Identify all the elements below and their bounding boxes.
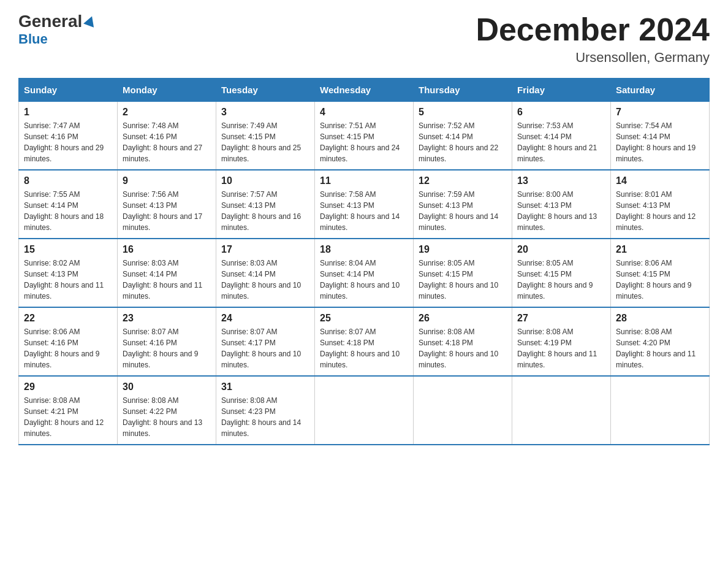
week-row-1: 1Sunrise: 7:47 AMSunset: 4:16 PMDaylight…	[19, 102, 710, 170]
day-info: Sunrise: 8:05 AMSunset: 4:15 PMDaylight:…	[517, 258, 605, 302]
day-number: 11	[320, 175, 408, 186]
calendar-cell: 27Sunrise: 8:08 AMSunset: 4:19 PMDayligh…	[512, 307, 611, 376]
day-number: 1	[24, 107, 112, 118]
day-number: 14	[616, 175, 704, 186]
calendar-cell: 20Sunrise: 8:05 AMSunset: 4:15 PMDayligh…	[512, 239, 611, 307]
day-info: Sunrise: 7:59 AMSunset: 4:13 PMDaylight:…	[419, 189, 507, 233]
day-info: Sunrise: 8:00 AMSunset: 4:13 PMDaylight:…	[517, 189, 605, 233]
day-number: 17	[221, 244, 309, 255]
day-number: 9	[123, 175, 211, 186]
day-info: Sunrise: 7:56 AMSunset: 4:13 PMDaylight:…	[123, 189, 211, 233]
day-info: Sunrise: 8:03 AMSunset: 4:14 PMDaylight:…	[123, 258, 211, 302]
month-title: December 2024	[476, 12, 710, 47]
day-info: Sunrise: 7:48 AMSunset: 4:16 PMDaylight:…	[123, 120, 211, 164]
calendar-cell: 9Sunrise: 7:56 AMSunset: 4:13 PMDaylight…	[118, 170, 216, 239]
day-number: 4	[320, 107, 408, 118]
day-number: 25	[320, 313, 408, 324]
calendar-cell: 25Sunrise: 8:07 AMSunset: 4:18 PMDayligh…	[315, 307, 414, 376]
week-row-2: 8Sunrise: 7:55 AMSunset: 4:14 PMDaylight…	[19, 170, 710, 239]
day-info: Sunrise: 8:08 AMSunset: 4:19 PMDaylight:…	[517, 326, 605, 370]
day-number: 26	[419, 313, 507, 324]
page-header: General Blue December 2024 Ursensollen, …	[18, 12, 710, 66]
col-header-saturday: Saturday	[611, 79, 710, 102]
calendar-cell: 12Sunrise: 7:59 AMSunset: 4:13 PMDayligh…	[414, 170, 512, 239]
week-row-3: 15Sunrise: 8:02 AMSunset: 4:13 PMDayligh…	[19, 239, 710, 307]
week-row-5: 29Sunrise: 8:08 AMSunset: 4:21 PMDayligh…	[19, 376, 710, 445]
day-number: 31	[221, 381, 309, 393]
day-number: 15	[24, 244, 112, 255]
day-number: 13	[517, 175, 605, 186]
calendar-cell: 19Sunrise: 8:05 AMSunset: 4:15 PMDayligh…	[414, 239, 512, 307]
day-info: Sunrise: 7:58 AMSunset: 4:13 PMDaylight:…	[320, 189, 408, 233]
calendar-cell: 22Sunrise: 8:06 AMSunset: 4:16 PMDayligh…	[19, 307, 118, 376]
calendar-cell: 4Sunrise: 7:51 AMSunset: 4:15 PMDaylight…	[315, 102, 414, 170]
day-number: 7	[616, 107, 704, 118]
calendar-cell: 8Sunrise: 7:55 AMSunset: 4:14 PMDaylight…	[19, 170, 118, 239]
calendar-cell: 30Sunrise: 8:08 AMSunset: 4:22 PMDayligh…	[118, 376, 216, 445]
week-row-4: 22Sunrise: 8:06 AMSunset: 4:16 PMDayligh…	[19, 307, 710, 376]
day-info: Sunrise: 7:57 AMSunset: 4:13 PMDaylight:…	[221, 189, 309, 233]
calendar-cell: 7Sunrise: 7:54 AMSunset: 4:14 PMDaylight…	[611, 102, 710, 170]
day-number: 22	[24, 313, 112, 324]
day-info: Sunrise: 8:07 AMSunset: 4:18 PMDaylight:…	[320, 326, 408, 370]
logo-arrow-icon	[83, 15, 97, 28]
day-info: Sunrise: 7:49 AMSunset: 4:15 PMDaylight:…	[221, 120, 309, 164]
day-info: Sunrise: 8:07 AMSunset: 4:16 PMDaylight:…	[123, 326, 211, 370]
day-info: Sunrise: 8:08 AMSunset: 4:18 PMDaylight:…	[419, 326, 507, 370]
day-number: 19	[419, 244, 507, 255]
calendar-cell: 1Sunrise: 7:47 AMSunset: 4:16 PMDaylight…	[19, 102, 118, 170]
day-number: 18	[320, 244, 408, 255]
calendar-cell: 26Sunrise: 8:08 AMSunset: 4:18 PMDayligh…	[414, 307, 512, 376]
calendar-cell: 17Sunrise: 8:03 AMSunset: 4:14 PMDayligh…	[216, 239, 315, 307]
calendar-cell: 11Sunrise: 7:58 AMSunset: 4:13 PMDayligh…	[315, 170, 414, 239]
col-header-wednesday: Wednesday	[315, 79, 414, 102]
calendar-cell: 21Sunrise: 8:06 AMSunset: 4:15 PMDayligh…	[611, 239, 710, 307]
day-number: 29	[24, 381, 112, 393]
day-info: Sunrise: 8:05 AMSunset: 4:15 PMDaylight:…	[419, 258, 507, 302]
day-info: Sunrise: 8:06 AMSunset: 4:15 PMDaylight:…	[616, 258, 704, 302]
day-info: Sunrise: 8:02 AMSunset: 4:13 PMDaylight:…	[24, 258, 112, 302]
day-number: 21	[616, 244, 704, 255]
col-header-tuesday: Tuesday	[216, 79, 315, 102]
logo-blue: Blue	[18, 31, 48, 47]
day-number: 23	[123, 313, 211, 324]
day-number: 5	[419, 107, 507, 118]
day-number: 12	[419, 175, 507, 186]
day-info: Sunrise: 8:08 AMSunset: 4:22 PMDaylight:…	[123, 395, 211, 439]
col-header-friday: Friday	[512, 79, 611, 102]
day-number: 6	[517, 107, 605, 118]
title-block: December 2024 Ursensollen, Germany	[476, 12, 710, 66]
day-number: 20	[517, 244, 605, 255]
day-number: 2	[123, 107, 211, 118]
calendar-header-row: SundayMondayTuesdayWednesdayThursdayFrid…	[19, 79, 710, 102]
calendar-cell: 28Sunrise: 8:08 AMSunset: 4:20 PMDayligh…	[611, 307, 710, 376]
day-info: Sunrise: 7:54 AMSunset: 4:14 PMDaylight:…	[616, 120, 704, 164]
day-info: Sunrise: 8:06 AMSunset: 4:16 PMDaylight:…	[24, 326, 112, 370]
day-info: Sunrise: 8:08 AMSunset: 4:20 PMDaylight:…	[616, 326, 704, 370]
calendar-cell	[414, 376, 512, 445]
logo-general: General	[18, 12, 82, 31]
col-header-monday: Monday	[118, 79, 216, 102]
day-number: 30	[123, 381, 211, 393]
day-number: 24	[221, 313, 309, 324]
day-info: Sunrise: 8:08 AMSunset: 4:21 PMDaylight:…	[24, 395, 112, 439]
calendar-cell: 29Sunrise: 8:08 AMSunset: 4:21 PMDayligh…	[19, 376, 118, 445]
day-info: Sunrise: 7:52 AMSunset: 4:14 PMDaylight:…	[419, 120, 507, 164]
day-number: 16	[123, 244, 211, 255]
col-header-sunday: Sunday	[19, 79, 118, 102]
day-info: Sunrise: 8:03 AMSunset: 4:14 PMDaylight:…	[221, 258, 309, 302]
calendar-cell: 10Sunrise: 7:57 AMSunset: 4:13 PMDayligh…	[216, 170, 315, 239]
calendar-cell: 13Sunrise: 8:00 AMSunset: 4:13 PMDayligh…	[512, 170, 611, 239]
calendar-cell: 2Sunrise: 7:48 AMSunset: 4:16 PMDaylight…	[118, 102, 216, 170]
calendar-cell: 24Sunrise: 8:07 AMSunset: 4:17 PMDayligh…	[216, 307, 315, 376]
calendar-table: SundayMondayTuesdayWednesdayThursdayFrid…	[18, 78, 710, 445]
day-number: 8	[24, 175, 112, 186]
calendar-cell	[512, 376, 611, 445]
day-info: Sunrise: 7:51 AMSunset: 4:15 PMDaylight:…	[320, 120, 408, 164]
calendar-cell	[611, 376, 710, 445]
calendar-cell: 18Sunrise: 8:04 AMSunset: 4:14 PMDayligh…	[315, 239, 414, 307]
calendar-cell: 3Sunrise: 7:49 AMSunset: 4:15 PMDaylight…	[216, 102, 315, 170]
day-info: Sunrise: 8:04 AMSunset: 4:14 PMDaylight:…	[320, 258, 408, 302]
day-number: 27	[517, 313, 605, 324]
calendar-cell: 16Sunrise: 8:03 AMSunset: 4:14 PMDayligh…	[118, 239, 216, 307]
